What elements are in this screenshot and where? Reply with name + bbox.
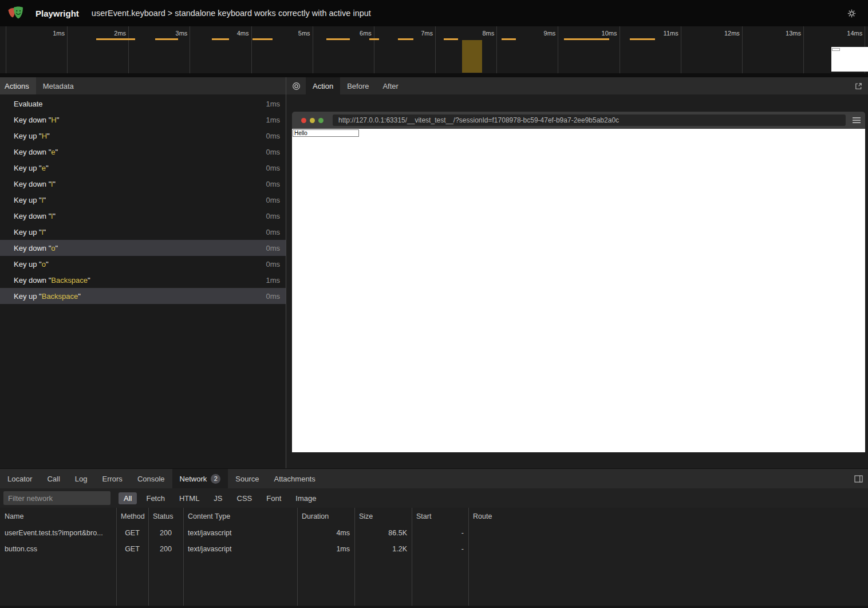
timeline-gridline	[374, 26, 374, 73]
tab-label: Log	[75, 475, 88, 483]
action-duration-marker	[630, 38, 655, 40]
count-badge: 2	[211, 474, 220, 484]
tab-network[interactable]: Network2	[172, 469, 228, 488]
cell-start: -	[412, 545, 468, 553]
action-row[interactable]: Key up "l"0ms	[0, 224, 286, 240]
tab-console[interactable]: Console	[130, 469, 172, 488]
tab-actions[interactable]: Actions	[0, 77, 36, 94]
timeline-tick-label: 10ms	[583, 30, 617, 37]
action-key-value: o	[51, 244, 55, 252]
timeline-gridline	[313, 26, 313, 73]
tab-label: Errors	[102, 475, 122, 483]
tab-before[interactable]: Before	[340, 77, 376, 94]
tab-label: Attachments	[274, 475, 315, 483]
action-duration: 0ms	[266, 260, 280, 269]
action-row[interactable]: Key down "l"0ms	[0, 208, 286, 224]
action-duration: 0ms	[266, 212, 280, 220]
gear-icon[interactable]	[842, 8, 861, 19]
filter-chip-js[interactable]: JS	[208, 492, 227, 504]
tab-attachments[interactable]: Attachments	[266, 469, 322, 488]
action-row[interactable]: Key up "H"0ms	[0, 128, 286, 144]
tab-locator[interactable]: Locator	[0, 469, 40, 488]
cell-name: button.css	[0, 545, 116, 553]
timeline-gridline	[803, 26, 804, 73]
cell-duration: 4ms	[297, 529, 354, 537]
action-duration: 0ms	[266, 292, 280, 301]
timeline-tick-label: 3ms	[153, 30, 187, 37]
timeline-gridline	[128, 26, 129, 73]
tab-label: Network	[180, 475, 207, 483]
action-row[interactable]: Key down "e"0ms	[0, 144, 286, 160]
text-input[interactable]	[293, 129, 359, 137]
action-row[interactable]: Key down "Backspace"1ms	[0, 272, 286, 288]
column-header-size: Size	[354, 512, 412, 520]
action-duration: 1ms	[266, 276, 280, 285]
action-key-value: e	[42, 164, 46, 172]
timeline[interactable]: 1ms2ms3ms4ms5ms6ms7ms8ms9ms10ms11ms12ms1…	[0, 26, 868, 73]
timeline-gridline	[190, 26, 190, 73]
filter-chip-css[interactable]: CSS	[232, 492, 258, 504]
action-row[interactable]: Key up "l"0ms	[0, 192, 286, 208]
main-area: ActionsMetadata Evaluate1msKey down "H"1…	[0, 77, 868, 468]
network-request-row[interactable]: userEvent.test.ts?import&bro...GET200tex…	[0, 525, 868, 541]
tab-source[interactable]: Source	[228, 469, 266, 488]
app-title: Playwright	[35, 9, 79, 18]
cell-content-type: text/javascript	[183, 545, 297, 553]
playwright-logo-icon	[7, 5, 26, 22]
tab-metadata[interactable]: Metadata	[36, 77, 81, 94]
cell-method: GET	[116, 529, 148, 537]
tab-call[interactable]: Call	[40, 469, 67, 488]
action-key-value: e	[51, 148, 55, 156]
open-external-icon[interactable]	[849, 77, 868, 94]
action-row[interactable]: Evaluate1ms	[0, 96, 286, 112]
action-row[interactable]: Key up "e"0ms	[0, 160, 286, 176]
test-title: userEvent.keyboard > standalone keyboard…	[92, 9, 371, 18]
action-row[interactable]: Key up "o"0ms	[0, 256, 286, 272]
action-key-value: Backspace	[42, 292, 78, 301]
network-table: NameMethodStatusContent TypeDurationSize…	[0, 508, 868, 608]
snapshot-tabbar: ActionBeforeAfter	[286, 77, 868, 94]
timeline-tick-label: 13ms	[767, 30, 801, 37]
filter-chip-html[interactable]: HTML	[174, 492, 204, 504]
filter-chip-all[interactable]: All	[119, 492, 137, 504]
traffic-light-red-icon	[301, 118, 306, 123]
filter-chip-image[interactable]: Image	[290, 492, 321, 504]
timeline-tick-label: 11ms	[644, 30, 678, 37]
action-duration: 0ms	[266, 180, 280, 188]
film-strip-thumbnail[interactable]	[831, 47, 868, 72]
action-row[interactable]: Key down "H"1ms	[0, 112, 286, 128]
browser-chrome: http://127.0.0.1:63315/__vitest_test__/?…	[292, 112, 865, 129]
action-duration-marker	[398, 38, 413, 40]
action-key-value: l	[42, 228, 44, 236]
timeline-gridline	[681, 26, 681, 73]
action-title: Key up "H"	[14, 132, 50, 140]
pick-locator-icon[interactable]	[286, 77, 306, 94]
split-view-icon[interactable]	[849, 469, 868, 488]
filter-chip-fetch[interactable]: Fetch	[141, 492, 170, 504]
action-title: Key down "H"	[14, 116, 59, 124]
network-request-row[interactable]: button.cssGET200text/javascript1ms1.2K-	[0, 541, 868, 557]
tab-label: Call	[47, 475, 60, 483]
filter-chip-font[interactable]: Font	[261, 492, 286, 504]
table-header-row: NameMethodStatusContent TypeDurationSize…	[0, 508, 868, 525]
action-row[interactable]: Key up "Backspace"0ms	[0, 288, 286, 304]
action-duration: 0ms	[266, 196, 280, 204]
action-row[interactable]: Key down "l"0ms	[0, 176, 286, 192]
tab-action[interactable]: Action	[306, 77, 340, 94]
action-row[interactable]: Key down "o"0ms	[0, 240, 286, 256]
timeline-gridline	[251, 26, 252, 73]
action-title: Key down "o"	[14, 244, 58, 252]
left-tabs: ActionsMetadata	[0, 77, 81, 94]
action-duration-marker	[326, 38, 350, 40]
filter-network-input[interactable]	[3, 491, 111, 505]
tab-after[interactable]: After	[376, 77, 405, 94]
action-key-value: H	[42, 132, 47, 140]
action-duration-marker	[369, 38, 379, 40]
column-header-name: Name	[0, 512, 116, 520]
thumbnail-input-box	[832, 48, 840, 51]
tab-log[interactable]: Log	[68, 469, 95, 488]
timeline-tick-label: 1ms	[30, 30, 65, 37]
timeline-tick-label: 7ms	[399, 30, 433, 37]
snapshot-area: http://127.0.0.1:63315/__vitest_test__/?…	[286, 94, 868, 468]
tab-errors[interactable]: Errors	[94, 469, 129, 488]
